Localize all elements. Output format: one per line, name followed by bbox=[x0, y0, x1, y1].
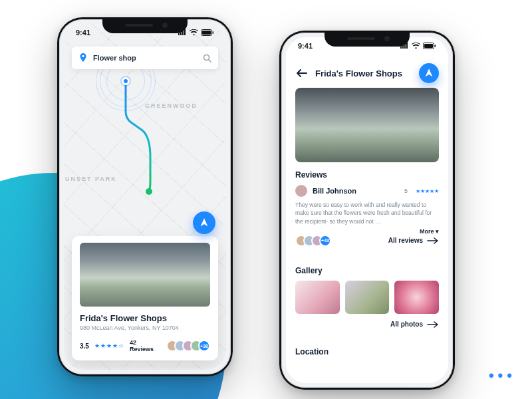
search-input[interactable] bbox=[93, 54, 197, 62]
place-address: 980 McLean Ave, Yonkers, NY 10704 bbox=[80, 325, 210, 331]
location-section: Location bbox=[295, 347, 439, 362]
place-title: Frida's Flower Shops bbox=[80, 313, 210, 323]
carousel-indicator[interactable]: ••• bbox=[489, 367, 516, 384]
gallery-thumb[interactable] bbox=[394, 281, 439, 314]
location-pin-icon bbox=[78, 53, 88, 63]
back-button[interactable] bbox=[295, 66, 309, 80]
star-rating-icon: ★★★★★ bbox=[416, 188, 439, 194]
origin-marker bbox=[122, 77, 130, 85]
section-heading: Reviews bbox=[295, 170, 439, 180]
hero-photo bbox=[295, 88, 439, 162]
gallery-thumb[interactable] bbox=[295, 281, 340, 314]
more-button[interactable]: More ▾ bbox=[420, 228, 439, 235]
avatar-more-badge[interactable]: +38 bbox=[198, 340, 210, 352]
navigate-fab[interactable] bbox=[419, 63, 439, 83]
place-rating: 3.5 bbox=[80, 342, 89, 350]
phone-map: 9:41 GREENWOOD SUNSET PARK bbox=[57, 17, 233, 376]
svg-rect-7 bbox=[435, 45, 436, 47]
avatar-more-badge[interactable]: +43 bbox=[319, 235, 331, 247]
section-heading: Location bbox=[295, 347, 439, 356]
star-rating-icon: ★★★★☆ bbox=[94, 342, 124, 349]
all-reviews-link[interactable]: All reviews bbox=[388, 237, 439, 244]
status-time: 9:41 bbox=[298, 42, 313, 50]
svg-rect-6 bbox=[424, 44, 433, 48]
reviewer-name: Bill Johnson bbox=[313, 187, 399, 195]
gallery-thumb[interactable] bbox=[345, 281, 390, 314]
svg-rect-2 bbox=[213, 31, 214, 34]
review-count[interactable]: 42 Reviews bbox=[130, 339, 158, 352]
review-item[interactable]: Bill Johnson 5 ★★★★★ bbox=[295, 185, 439, 197]
status-time: 9:41 bbox=[76, 29, 90, 37]
map-district-label: SUNSET PARK bbox=[64, 176, 117, 182]
page-title: Frida's Flower Shops bbox=[315, 68, 412, 78]
avatar bbox=[295, 185, 307, 197]
phone-detail: 9:41 Frida's Flower Shops Reviews Bill J… bbox=[279, 31, 455, 390]
navigate-fab[interactable] bbox=[193, 211, 215, 234]
review-text: They were so easy to work with and reall… bbox=[295, 201, 439, 225]
notch bbox=[325, 31, 410, 47]
destination-marker bbox=[146, 188, 152, 195]
reviewer-avatars[interactable]: +43 bbox=[295, 235, 331, 247]
detail-header: Frida's Flower Shops bbox=[286, 60, 448, 86]
place-card[interactable]: Frida's Flower Shops 980 McLean Ave, Yon… bbox=[72, 236, 218, 360]
reviews-section: Reviews Bill Johnson 5 ★★★★★ They were s… bbox=[295, 170, 439, 247]
search-icon[interactable] bbox=[202, 53, 211, 63]
gallery-section: Gallery All photos bbox=[295, 266, 439, 328]
search-bar[interactable] bbox=[72, 47, 218, 69]
notch bbox=[102, 17, 188, 33]
all-photos-link[interactable]: All photos bbox=[390, 321, 439, 328]
svg-line-4 bbox=[208, 59, 210, 61]
map-district-label: GREENWOOD bbox=[145, 102, 198, 109]
reviewer-avatars[interactable]: +38 bbox=[166, 340, 210, 352]
place-photo bbox=[80, 243, 210, 307]
review-rating: 5 bbox=[404, 188, 408, 194]
section-heading: Gallery bbox=[295, 266, 439, 275]
svg-rect-1 bbox=[202, 31, 211, 35]
